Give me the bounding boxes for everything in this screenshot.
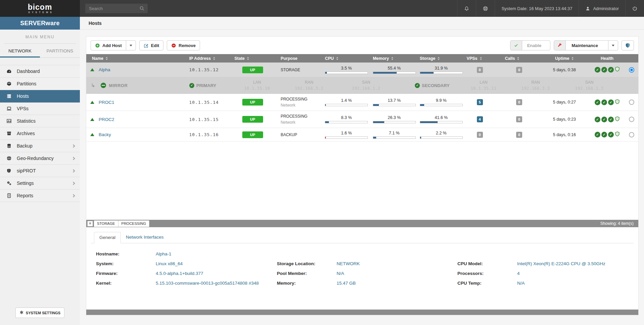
health-indicators [595, 99, 620, 106]
edit-button[interactable]: Edit [139, 40, 164, 50]
mirror-icon [101, 83, 106, 88]
remove-button[interactable]: Remove [167, 40, 200, 50]
host-row-alpha[interactable]: Alpha 10.1.35.12 UP STORAGE 3.5 % 55.4 % [86, 63, 638, 77]
sidebar-item-sipprot[interactable]: sipPROT [0, 165, 80, 177]
sort-icon [391, 57, 393, 60]
storage-location-value[interactable]: NETWORK [337, 261, 360, 266]
sidebar-item-hosts[interactable]: Hosts [0, 90, 80, 103]
column-header-storage[interactable]: Storage [418, 56, 465, 61]
database-icon [6, 143, 12, 149]
sort-icon [247, 57, 249, 60]
sidebar: SERVERware MAIN MENU NETWORK PARTITIONS … [0, 17, 80, 325]
sidebar-item-partitions[interactable]: Partitions [0, 78, 80, 90]
host-name-link[interactable]: PROC2 [99, 117, 114, 122]
health-check-icon [595, 132, 600, 137]
column-header-name[interactable]: Name [86, 56, 187, 61]
row-radio[interactable] [629, 67, 634, 73]
table-header: Name IP Address State Purpose [86, 54, 638, 63]
maintenance-group: Maintenance [554, 40, 618, 50]
enable-button[interactable]: Enable [510, 40, 551, 50]
tab-storage[interactable]: STORAGE [94, 220, 118, 227]
health-check-icon [608, 67, 614, 73]
column-header-health[interactable]: Health [585, 56, 629, 61]
chevron-right-icon [72, 181, 75, 185]
column-header-calls[interactable]: Calls [495, 56, 544, 61]
hostname-value[interactable]: Alpha-1 [156, 251, 171, 256]
notifications-button[interactable] [457, 0, 476, 17]
support-button[interactable] [476, 0, 495, 17]
search-input[interactable] [88, 6, 139, 11]
host-row-proc1[interactable]: PROC1 10.1.35.14 UP PROCESSING Network 1… [86, 94, 638, 111]
sidebar-item-archives[interactable]: Archives [0, 127, 80, 140]
host-up-triangle-icon [90, 133, 94, 136]
sidebar-item-label: VPSs [17, 106, 29, 111]
search-icon[interactable] [139, 6, 145, 11]
add-host-button[interactable]: Add Host [91, 40, 126, 50]
host-name-link[interactable]: Backy [99, 132, 111, 137]
kernel-value: 5.15.103-commsware-00013-gc005a5174808 #… [156, 281, 259, 286]
tab-processing[interactable]: PROCESSING [118, 220, 149, 227]
column-header-purpose[interactable]: Purpose [274, 56, 322, 61]
maintenance-dropdown-button[interactable] [608, 40, 618, 50]
row-radio[interactable] [629, 99, 634, 105]
column-header-vpss[interactable]: VPSs [465, 56, 495, 61]
sidebar-tabs: NETWORK PARTITIONS [0, 44, 80, 58]
sidebar-item-label: sipPROT [17, 168, 36, 173]
bell-icon [464, 6, 469, 11]
user-menu[interactable]: Administrator [579, 0, 625, 17]
column-header-ip[interactable]: IP Address [187, 56, 232, 61]
sidebar-item-backup[interactable]: Backup [0, 140, 80, 152]
detail-firmware: Firmware: 4.5.0-alpha.1+build.377 [96, 269, 277, 278]
column-header-cpu[interactable]: CPU [322, 56, 371, 61]
system-settings-button[interactable]: SYSTEM SETTINGS [15, 308, 64, 318]
purpose-sublabel: Network [281, 120, 307, 125]
add-host-dropdown-button[interactable] [126, 40, 136, 50]
search-box[interactable] [85, 4, 148, 13]
memory-meter: 13.7 % [373, 98, 416, 106]
host-name-link[interactable]: Alpha [99, 67, 110, 72]
sipprot-toggle-button[interactable] [622, 40, 634, 50]
globe-icon [6, 156, 12, 161]
breadcrumb: Hosts [80, 17, 644, 30]
sidebar-item-geo-redundancy[interactable]: Geo-Redundancy [0, 152, 80, 165]
host-up-triangle-icon [90, 101, 94, 104]
mirror-row[interactable]: ↳ MIRROR PRIMARY LAN 10.1.35.10 [86, 77, 638, 94]
sidebar-item-reports[interactable]: Reports [0, 190, 80, 202]
column-header-uptime[interactable]: Uptime [543, 56, 585, 61]
row-radio[interactable] [629, 117, 634, 122]
column-header-memory[interactable]: Memory [371, 56, 418, 61]
host-row-backy[interactable]: Backy 10.1.35.16 UP BACKUP 1.6 % 7.1 % [86, 128, 638, 141]
row-radio[interactable] [629, 132, 634, 137]
main-menu-label: MAIN MENU [0, 30, 80, 43]
storage-meter: 41.6 % [420, 115, 463, 123]
maintenance-button[interactable]: Maintenance [554, 40, 608, 50]
detail-processors: Processors: 4 [457, 269, 634, 278]
host-up-triangle-icon [90, 68, 94, 71]
sidebar-item-vpss[interactable]: VPSs [0, 103, 80, 115]
tab-partitions[interactable]: PARTITIONS [40, 44, 80, 57]
host-ip: 10.1.35.16 [189, 132, 219, 137]
health-shield-icon [615, 66, 620, 73]
host-name-link[interactable]: PROC1 [99, 100, 114, 105]
bicom-logo: bicom SYSTEMS [0, 0, 80, 17]
health-check-icon [601, 99, 607, 105]
freeze-panes-button[interactable] [87, 221, 93, 227]
uptime-text: 5 days, 0:23 [553, 117, 576, 122]
tab-network[interactable]: NETWORK [0, 44, 40, 57]
top-bar: bicom SYSTEMS System Date: 16 May 2023 1… [0, 0, 644, 17]
sidebar-item-statistics[interactable]: Statistics [0, 115, 80, 127]
enable-label: Enable [525, 43, 546, 48]
host-row-proc2[interactable]: PROC2 10.1.35.15 UP PROCESSING Network 8… [86, 111, 638, 128]
system-date: System Date: 16 May 2023 13:44:37 [495, 0, 579, 17]
tab-general[interactable]: General [94, 232, 121, 243]
sidebar-item-dashboard[interactable]: Dashboard [0, 65, 80, 78]
column-header-state[interactable]: State [232, 56, 274, 61]
calls-badge: 0 [516, 116, 522, 122]
vpss-badge: 5 [477, 99, 483, 105]
logout-button[interactable] [625, 0, 644, 17]
minus-circle-icon [171, 43, 176, 48]
sidebar-item-settings[interactable]: Settings [0, 177, 80, 190]
health-check-icon [601, 117, 607, 122]
detail-system: System: Linux x86_64 [96, 259, 277, 269]
tab-network-interfaces[interactable]: Network Interfaces [121, 232, 169, 243]
